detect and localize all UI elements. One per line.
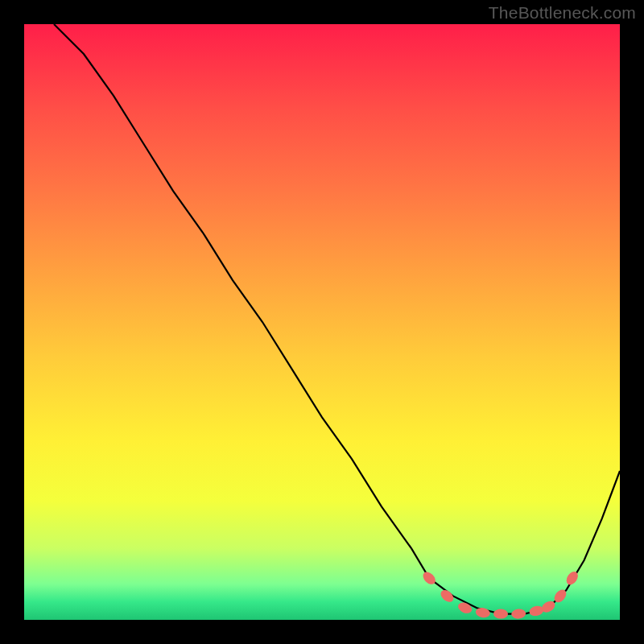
curve-svg [24,24,620,620]
optimal-bead [528,605,544,617]
optimal-range-beads [421,569,580,619]
optimal-bead [511,609,526,619]
optimal-bead [493,609,508,619]
optimal-bead [421,570,438,587]
plot-area [24,24,620,620]
chart-frame: TheBottleneck.com [0,0,644,644]
watermark-label: TheBottleneck.com [489,3,636,23]
bottleneck-curve-path [54,24,620,614]
